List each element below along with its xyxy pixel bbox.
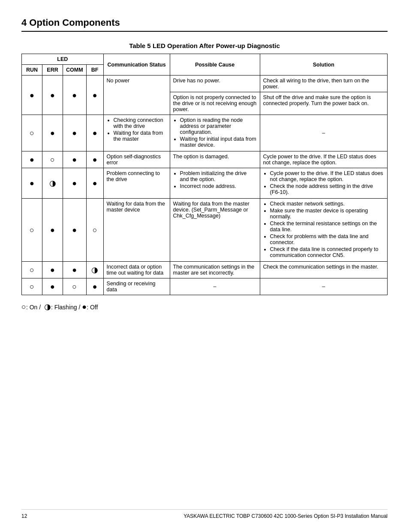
- err-led: ◑: [42, 168, 63, 199]
- bf-led: ●: [86, 115, 103, 151]
- bf-led: ○: [86, 199, 103, 262]
- solution-cell: Check the communication settings in the …: [260, 262, 387, 278]
- run-led: ○: [22, 278, 42, 295]
- status-cell: Checking connection with the drive Waiti…: [103, 115, 170, 151]
- comm-led: ●: [63, 115, 87, 151]
- status-cell: Incorrect data or option time out waitin…: [103, 262, 170, 278]
- status-cell: Problem connecting to the drive: [103, 168, 170, 199]
- table-row: ● ○ ● ● Option self-diagnostics error Th…: [22, 151, 388, 168]
- solution-cell: Check master network settings. Make sure…: [260, 199, 387, 262]
- status-cell: No power: [103, 76, 170, 115]
- solution-cell: –: [260, 115, 387, 151]
- bf-led: ●: [86, 278, 103, 295]
- on-icon-legend: ○: [21, 302, 26, 311]
- bf-led: ●: [86, 151, 103, 168]
- solution-cell: Cycle power to the drive. If the LED sta…: [260, 168, 387, 199]
- table-title: Table 5 LED Operation After Power-up Dia…: [21, 42, 388, 49]
- run-led: ○: [22, 262, 42, 278]
- comm-header: COMM: [63, 65, 87, 76]
- status-cell: Waiting for data from the master device: [103, 199, 170, 262]
- bf-header: BF: [86, 65, 103, 76]
- cause-cell: The communication settings in the master…: [170, 262, 260, 278]
- led-diagnostic-table: LED Communication Status Possible Cause …: [21, 54, 388, 295]
- run-header: RUN: [22, 65, 42, 76]
- table-row: ● ◑ ● ● Problem connecting to the drive …: [22, 168, 388, 199]
- bf-led: ◑: [86, 262, 103, 278]
- comm-led: ○: [63, 278, 87, 295]
- solution-cell: –: [260, 278, 387, 295]
- comm-led: ●: [63, 262, 87, 278]
- legend: ○: On / ◑: Flashing / ●: Off: [21, 302, 388, 311]
- solution-cell: Shut off the drive and make sure the opt…: [260, 92, 387, 115]
- table-row: ○ ● ● ● Checking connection with the dri…: [22, 115, 388, 151]
- solution-header: Solution: [260, 54, 387, 76]
- flash-icon-legend: ◑: [44, 302, 51, 311]
- comm-led: ●: [63, 151, 87, 168]
- err-led: ●: [42, 262, 63, 278]
- run-led: ●: [22, 76, 42, 115]
- run-led: ●: [22, 168, 42, 199]
- err-header: ERR: [42, 65, 63, 76]
- err-led: ●: [42, 76, 63, 115]
- page-number: 12: [21, 513, 27, 519]
- err-led: ●: [42, 199, 63, 262]
- cause-cell: Option is reading the node address or pa…: [170, 115, 260, 151]
- led-group-header: LED: [22, 54, 104, 65]
- table-row: ○ ● ○ ● Sending or receiving data – –: [22, 278, 388, 295]
- cause-cell: Option is not properly connected to the …: [170, 92, 260, 115]
- run-led: ○: [22, 115, 42, 151]
- comm-led: ●: [63, 168, 87, 199]
- footer-text: YASKAWA ELECTRIC TOBP C730600 42C 1000-S…: [183, 513, 388, 519]
- cause-cell: Problem initializing the drive and the o…: [170, 168, 260, 199]
- solution-cell: Cycle power to the drive. If the LED sta…: [260, 151, 387, 168]
- solution-cell: Check all wiring to the drive, then turn…: [260, 76, 387, 92]
- comm-status-header: Communication Status: [103, 54, 170, 76]
- cause-cell: The option is damaged.: [170, 151, 260, 168]
- err-led: ●: [42, 278, 63, 295]
- cause-cell: –: [170, 278, 260, 295]
- cause-cell: Waiting for data from the master device.…: [170, 199, 260, 262]
- off-icon-legend: ●: [82, 302, 87, 311]
- status-cell: Sending or receiving data: [103, 278, 170, 295]
- chapter-title: 4 Option Components: [21, 17, 388, 32]
- err-led: ○: [42, 151, 63, 168]
- bf-led: ●: [86, 168, 103, 199]
- run-led: ○: [22, 199, 42, 262]
- comm-led: ●: [63, 199, 87, 262]
- cause-cell: Drive has no power.: [170, 76, 260, 92]
- comm-led: ●: [63, 76, 87, 115]
- possible-cause-header: Possible Cause: [170, 54, 260, 76]
- status-cell: Option self-diagnostics error: [103, 151, 170, 168]
- bf-led: ●: [86, 76, 103, 115]
- footer: 12 YASKAWA ELECTRIC TOBP C730600 42C 100…: [21, 509, 388, 519]
- table-row: ○ ● ● ◑ Incorrect data or option time ou…: [22, 262, 388, 278]
- err-led: ●: [42, 115, 63, 151]
- table-row: ● ● ● ● No power Drive has no power. Che…: [22, 76, 388, 92]
- run-led: ●: [22, 151, 42, 168]
- table-row: ○ ● ● ○ Waiting for data from the master…: [22, 199, 388, 262]
